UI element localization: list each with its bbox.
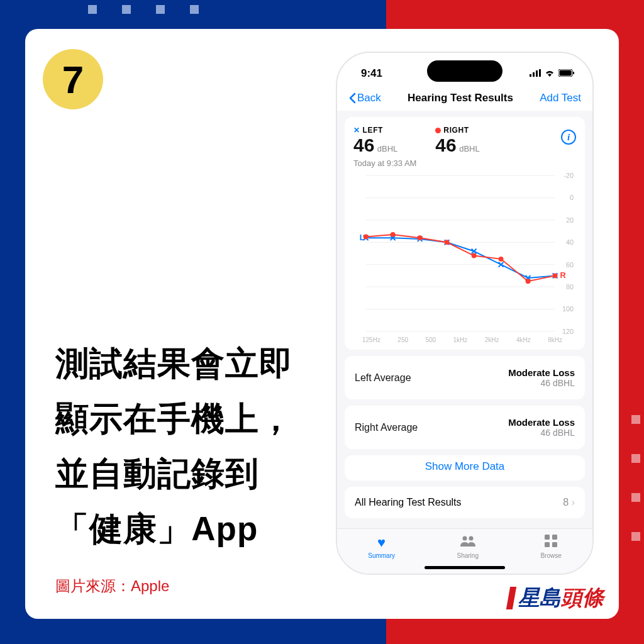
tab-browse[interactable]: Browse xyxy=(540,535,561,559)
status-time: 9:41 xyxy=(361,67,382,80)
svg-rect-35 xyxy=(545,535,550,540)
svg-point-34 xyxy=(469,536,473,541)
svg-rect-1 xyxy=(533,72,535,77)
step-number-badge: 7 xyxy=(43,49,103,109)
slide-card: 測試結果會立即顯示在手機上，並自動記錄到「健康」App 圖片來源：Apple 9… xyxy=(25,29,619,619)
tab-summary[interactable]: ♥ Summary xyxy=(368,535,395,559)
svg-point-25 xyxy=(418,235,423,240)
notch xyxy=(427,60,502,82)
svg-rect-3 xyxy=(539,69,541,77)
svg-rect-2 xyxy=(536,70,538,77)
svg-text:40: 40 xyxy=(566,238,574,246)
image-source-caption: 圖片來源：Apple xyxy=(55,576,317,596)
svg-point-29 xyxy=(526,279,531,284)
test-timestamp: Today at 9:33 AM xyxy=(353,158,576,168)
svg-rect-37 xyxy=(545,542,550,547)
svg-rect-36 xyxy=(552,535,557,540)
left-average-row[interactable]: Left Average Moderate Loss46 dBHL xyxy=(345,356,585,399)
svg-text:60: 60 xyxy=(566,261,574,269)
status-indicators xyxy=(530,67,575,80)
x-marker-icon: ✕ xyxy=(353,126,360,135)
svg-rect-6 xyxy=(573,72,574,74)
audiogram-card: i ✕ LEFT 46 dBHL RIGHT 46 dBHL Today xyxy=(345,117,585,350)
nav-bar: Back Hearing Test Results Add Test xyxy=(337,87,592,111)
svg-text:L: L xyxy=(360,233,365,242)
add-test-button[interactable]: Add Test xyxy=(540,92,581,104)
iphone-mockup: 9:41 xyxy=(336,52,594,575)
show-more-button[interactable]: Show More Data xyxy=(345,455,585,480)
svg-text:R: R xyxy=(560,270,565,280)
chevron-right-icon: › xyxy=(572,497,575,508)
cellular-icon xyxy=(530,67,541,80)
battery-icon xyxy=(558,67,575,80)
svg-text:80: 80 xyxy=(566,283,574,291)
svg-point-24 xyxy=(391,232,396,237)
svg-point-27 xyxy=(472,253,477,258)
svg-text:120: 120 xyxy=(562,328,574,335)
dot-marker-icon xyxy=(435,128,441,133)
heart-icon: ♥ xyxy=(377,535,386,551)
right-average-row[interactable]: Right Average Moderate Loss46 dBHL xyxy=(345,406,585,449)
svg-point-28 xyxy=(499,257,504,262)
grid-icon xyxy=(545,535,557,551)
brand-logo: 星島頭條 xyxy=(508,584,604,613)
svg-rect-5 xyxy=(560,70,572,76)
svg-text:20: 20 xyxy=(566,216,574,224)
legend-left: ✕ LEFT 46 dBHL xyxy=(353,126,397,156)
svg-point-26 xyxy=(445,240,450,245)
svg-text:-20: -20 xyxy=(564,172,574,179)
audiogram-chart[interactable]: -20020406080100120LR xyxy=(353,172,576,335)
svg-point-33 xyxy=(462,536,467,541)
chevron-left-icon xyxy=(348,92,356,104)
svg-point-30 xyxy=(553,273,558,278)
svg-rect-0 xyxy=(530,74,531,77)
tab-sharing[interactable]: Sharing xyxy=(457,535,478,559)
people-icon xyxy=(460,535,476,551)
back-button[interactable]: Back xyxy=(348,92,381,104)
svg-text:0: 0 xyxy=(570,194,574,201)
legend-right: RIGHT 46 dBHL xyxy=(435,126,479,156)
svg-text:100: 100 xyxy=(562,305,574,313)
x-axis-ticks: 125Hz2505001kHz2kHz4kHz8kHz xyxy=(353,336,576,343)
all-results-row[interactable]: All Hearing Test Results 8 › xyxy=(345,487,585,518)
slide-main-text: 測試結果會立即顯示在手機上，並自動記錄到「健康」App xyxy=(55,336,317,556)
wifi-icon xyxy=(545,67,555,80)
home-indicator[interactable] xyxy=(425,566,505,569)
svg-rect-38 xyxy=(552,542,557,547)
info-icon[interactable]: i xyxy=(561,130,576,145)
nav-title: Hearing Test Results xyxy=(408,92,513,104)
